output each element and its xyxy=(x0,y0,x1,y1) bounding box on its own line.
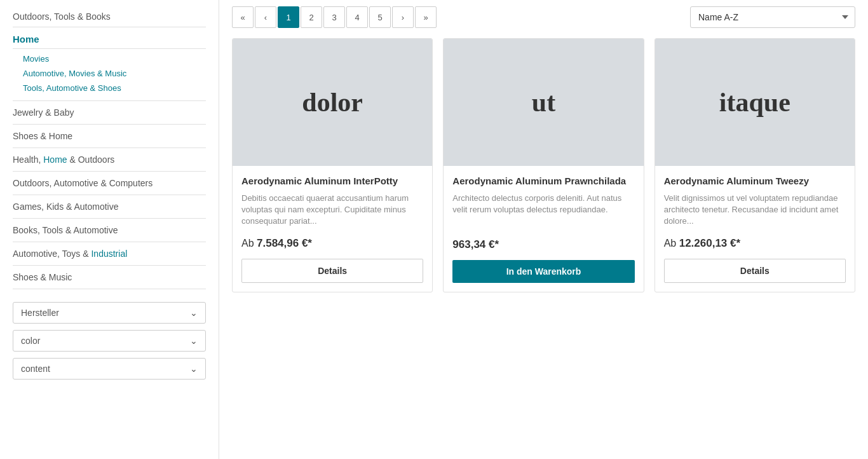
filter-color[interactable]: color ⌄ xyxy=(13,330,206,352)
sidebar-category-books[interactable]: Books, Tools & Automotive xyxy=(13,219,206,242)
page-prev-button[interactable]: ‹ xyxy=(255,6,276,28)
product-title: Aerodynamic Aluminum Prawnchilada xyxy=(452,175,634,188)
sidebar-category-outdoors-auto[interactable]: Outdoors, Automotive & Computers xyxy=(13,172,206,195)
page-4-button[interactable]: 4 xyxy=(346,6,368,28)
product-footer: In den Warenkorb xyxy=(444,260,643,292)
chevron-down-icon: ⌄ xyxy=(190,364,198,374)
product-body: Aerodynamic Aluminum Prawnchilada Archit… xyxy=(444,166,643,260)
product-card: itaque Aerodynamic Aluminum Tweezy Velit… xyxy=(654,38,855,292)
filter-section: Hersteller ⌄ color ⌄ content ⌄ xyxy=(13,302,206,380)
product-image: dolor xyxy=(233,39,432,166)
main-content: « ‹ 1 2 3 4 5 › » Name A-Z Name Z-A Pric… xyxy=(219,0,868,459)
product-body: Aerodynamic Aluminum InterPotty Debitis … xyxy=(233,166,432,259)
sidebar-sub-item[interactable]: Movies xyxy=(23,51,206,66)
product-footer: Details xyxy=(655,259,855,292)
product-title: Aerodynamic Aluminum Tweezy xyxy=(664,175,846,188)
sidebar-category-games[interactable]: Games, Kids & Automotive xyxy=(13,195,206,219)
add-to-cart-button[interactable]: In den Warenkorb xyxy=(452,260,634,283)
sidebar-category-health[interactable]: Health, Home & Outdoors xyxy=(13,148,206,172)
details-button[interactable]: Details xyxy=(241,259,423,283)
page-3-button[interactable]: 3 xyxy=(323,6,345,28)
chevron-down-icon: ⌄ xyxy=(190,336,198,346)
page-first-button[interactable]: « xyxy=(232,6,254,28)
sidebar-top-link[interactable]: Outdoors, Tools & Books xyxy=(13,6,206,27)
sidebar-sub-items: Movies Automotive, Movies & Music Tools,… xyxy=(13,49,206,101)
product-image: itaque xyxy=(655,39,855,166)
product-description: Debitis occaecati quaerat accusantium ha… xyxy=(241,193,423,228)
pagination: « ‹ 1 2 3 4 5 › » xyxy=(232,6,437,28)
details-button[interactable]: Details xyxy=(664,259,846,283)
sidebar-home-link[interactable]: Home xyxy=(13,27,206,49)
sidebar-sub-item[interactable]: Tools, Automotive & Shoes xyxy=(23,81,206,95)
pagination-bar: « ‹ 1 2 3 4 5 › » Name A-Z Name Z-A Pric… xyxy=(232,6,855,28)
sidebar-sub-item[interactable]: Automotive, Movies & Music xyxy=(23,66,206,81)
page-last-button[interactable]: » xyxy=(415,6,437,28)
sort-select[interactable]: Name A-Z Name Z-A Price ascending Price … xyxy=(690,6,855,28)
highlight-home: Home xyxy=(43,154,67,165)
filter-content[interactable]: content ⌄ xyxy=(13,358,206,380)
product-card: dolor Aerodynamic Aluminum InterPotty De… xyxy=(232,38,433,292)
page-5-button[interactable]: 5 xyxy=(369,6,391,28)
filter-hersteller[interactable]: Hersteller ⌄ xyxy=(13,302,206,324)
product-footer: Details xyxy=(233,259,432,292)
page-2-button[interactable]: 2 xyxy=(301,6,322,28)
product-price: Ab 7.584,96 €* xyxy=(241,237,423,250)
highlight-industrial: Industrial xyxy=(91,249,127,259)
sidebar: Outdoors, Tools & Books Home Movies Auto… xyxy=(0,0,219,459)
sidebar-category-shoes-home[interactable]: Shoes & Home xyxy=(13,125,206,148)
product-image: ut xyxy=(444,39,643,166)
page-next-button[interactable]: › xyxy=(392,6,414,28)
sidebar-category-shoes-music[interactable]: Shoes & Music xyxy=(13,266,206,289)
product-description: Velit dignissimos ut vel voluptatem repu… xyxy=(664,193,846,228)
product-price: Ab 12.260,13 €* xyxy=(664,237,846,250)
sidebar-category-jewelry[interactable]: Jewelry & Baby xyxy=(13,101,206,125)
product-body: Aerodynamic Aluminum Tweezy Velit dignis… xyxy=(655,166,855,259)
product-price: 963,34 €* xyxy=(452,238,634,251)
sidebar-category-automotive-toys[interactable]: Automotive, Toys & Industrial xyxy=(13,242,206,266)
chevron-down-icon: ⌄ xyxy=(190,308,198,318)
product-grid: dolor Aerodynamic Aluminum InterPotty De… xyxy=(232,38,855,292)
product-title: Aerodynamic Aluminum InterPotty xyxy=(241,175,423,188)
product-description: Architecto delectus corporis deleniti. A… xyxy=(452,193,634,229)
page-1-button[interactable]: 1 xyxy=(278,6,299,28)
product-card: ut Aerodynamic Aluminum Prawnchilada Arc… xyxy=(443,38,644,292)
